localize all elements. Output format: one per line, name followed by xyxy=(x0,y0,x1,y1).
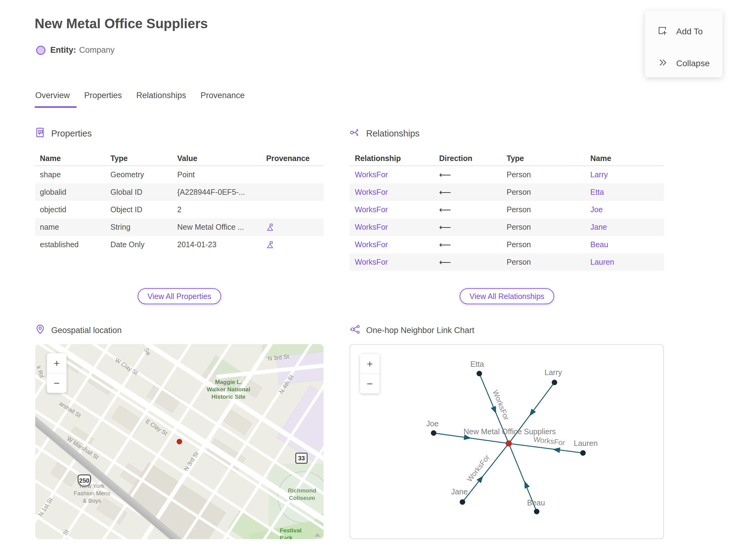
graph-node-jane[interactable] xyxy=(460,499,465,505)
graph-node-etta[interactable] xyxy=(477,371,482,376)
edge-arrow xyxy=(552,447,560,453)
geospatial-section-header: Geospatial location xyxy=(35,324,122,337)
relationship-link[interactable]: WorksFor xyxy=(350,258,439,267)
map-attribution-toggle[interactable] xyxy=(314,533,320,537)
entity-type-value: Company xyxy=(79,45,115,55)
add-to-button[interactable]: Add To xyxy=(645,21,723,42)
chart-zoom-control: + − xyxy=(360,354,380,393)
direction-arrow: ⟵ xyxy=(439,205,507,215)
properties-table-header: Name Type Value Provenance xyxy=(35,151,324,166)
entity-link[interactable]: Jane xyxy=(590,223,664,232)
graph-node-beau[interactable] xyxy=(534,509,539,514)
view-all-properties-button[interactable]: View All Properties xyxy=(138,288,221,304)
table-row: WorksFor ⟵ Person Jane xyxy=(350,218,664,236)
tab-provenance[interactable]: Provenance xyxy=(201,91,245,100)
view-all-relationships-button[interactable]: View All Relationships xyxy=(460,288,554,304)
link-chart-svg: WorksFor WorksFor WorksFor Etta Larry Jo… xyxy=(350,345,663,539)
entity-location-marker[interactable] xyxy=(177,439,182,444)
table-row: name String New Metal Office ... xyxy=(35,218,324,236)
street-label: N 1st St xyxy=(37,497,54,518)
poi-label-new-york-fashion: New York Fashion Mens & Boys xyxy=(74,482,110,504)
entity-row: Entity: Company xyxy=(36,45,115,55)
col-provenance: Provenance xyxy=(264,154,324,163)
provenance-flag-icon[interactable] xyxy=(264,240,324,249)
table-row: WorksFor ⟵ Person Joe xyxy=(350,201,664,218)
route-shield-33: 33 xyxy=(295,453,308,464)
collapse-label: Collapse xyxy=(676,59,710,68)
direction-arrow: ⟵ xyxy=(439,170,507,180)
tab-overview[interactable]: Overview xyxy=(35,91,70,100)
edge-label: WorksFor xyxy=(533,435,565,447)
table-row: WorksFor ⟵ Person Beau xyxy=(350,236,664,253)
provenance-flag-icon[interactable] xyxy=(264,223,324,232)
col-relationship: Relationship xyxy=(350,154,439,163)
relationship-link[interactable]: WorksFor xyxy=(350,205,439,214)
table-row: WorksFor ⟵ Person Larry xyxy=(350,166,664,183)
node-label: Etta xyxy=(470,360,484,368)
edge-label: WorksFor xyxy=(491,389,511,421)
node-label: Larry xyxy=(545,368,562,377)
col-type: Type xyxy=(507,154,590,163)
properties-icon xyxy=(35,127,46,140)
graph-node-larry[interactable] xyxy=(552,380,557,385)
col-name: Name xyxy=(35,154,110,163)
link-chart-canvas[interactable]: WorksFor WorksFor WorksFor Etta Larry Jo… xyxy=(350,344,664,539)
table-row: objectid Object ID 2 xyxy=(35,201,324,218)
zoom-in-button[interactable]: + xyxy=(360,354,380,374)
direction-arrow: ⟵ xyxy=(439,257,507,267)
properties-table: Name Type Value Provenance shape Geometr… xyxy=(35,151,324,253)
zoom-in-button[interactable]: + xyxy=(47,353,67,373)
entity-link[interactable]: Joe xyxy=(590,205,664,214)
collapse-button[interactable]: Collapse xyxy=(645,53,723,74)
poi-label-maggie-walker: Maggie L. Walker National Historic Site xyxy=(207,378,250,400)
link-chart-icon xyxy=(350,324,361,337)
zoom-out-button[interactable]: − xyxy=(47,373,67,393)
relationship-link[interactable]: WorksFor xyxy=(350,223,439,232)
link-chart-section-title: One-hop Neighbor Link Chart xyxy=(366,326,474,335)
direction-arrow: ⟵ xyxy=(439,222,507,232)
relationships-icon xyxy=(350,127,361,140)
link-chart-section-header: One-hop Neighbor Link Chart xyxy=(350,324,474,337)
edge-arrow xyxy=(522,480,530,489)
entity-label: Entity: xyxy=(50,45,76,55)
entity-link[interactable]: Etta xyxy=(590,188,664,197)
geospatial-section-title: Geospatial location xyxy=(51,326,122,335)
tab-bar: Overview Properties Relationships Proven… xyxy=(35,91,245,100)
col-type: Type xyxy=(110,154,177,163)
floating-action-panel: Add To Collapse xyxy=(645,11,723,77)
add-to-label: Add To xyxy=(676,27,703,36)
entity-link[interactable]: Beau xyxy=(590,240,664,249)
node-label: Joe xyxy=(426,419,439,428)
graph-node-center[interactable] xyxy=(506,440,512,447)
center-node-label: New Metal Office Suppliers xyxy=(463,427,556,436)
direction-arrow: ⟵ xyxy=(439,187,507,197)
relationship-link[interactable]: WorksFor xyxy=(350,188,439,197)
table-row: WorksFor ⟵ Person Etta xyxy=(350,183,664,201)
map-pin-icon xyxy=(35,324,46,337)
entity-type-dot-icon xyxy=(36,46,45,55)
col-name: Name xyxy=(590,154,664,163)
direction-arrow: ⟵ xyxy=(439,240,507,250)
entity-link[interactable]: Lauren xyxy=(590,258,664,267)
active-tab-indicator xyxy=(35,106,77,108)
table-row: established Date Only 2014-01-23 xyxy=(35,236,324,253)
entity-link[interactable]: Larry xyxy=(590,170,664,179)
map-canvas[interactable]: 250 33 k Rd W Clay St Sa arshall St W Ma… xyxy=(35,344,324,539)
tab-relationships[interactable]: Relationships xyxy=(136,91,186,100)
node-label: Beau xyxy=(527,498,545,507)
relationship-link[interactable]: WorksFor xyxy=(350,240,439,249)
graph-node-lauren[interactable] xyxy=(580,450,586,456)
col-value: Value xyxy=(177,154,264,163)
relationships-table-header: Relationship Direction Type Name xyxy=(350,151,664,166)
add-to-icon xyxy=(657,25,668,38)
poi-label-festival-park: Festival Park xyxy=(280,527,309,539)
properties-section-header: Properties xyxy=(35,127,92,140)
page-title: New Metal Office Suppliers xyxy=(35,16,208,31)
graph-node-joe[interactable] xyxy=(431,430,436,436)
properties-section-title: Properties xyxy=(51,128,92,139)
relationship-link[interactable]: WorksFor xyxy=(350,170,439,179)
relationships-section-header: Relationships xyxy=(350,127,420,140)
poi-label-richmond-coliseum: Richmond Coliseum xyxy=(288,487,316,502)
tab-properties[interactable]: Properties xyxy=(84,91,122,100)
zoom-out-button[interactable]: − xyxy=(360,374,380,393)
